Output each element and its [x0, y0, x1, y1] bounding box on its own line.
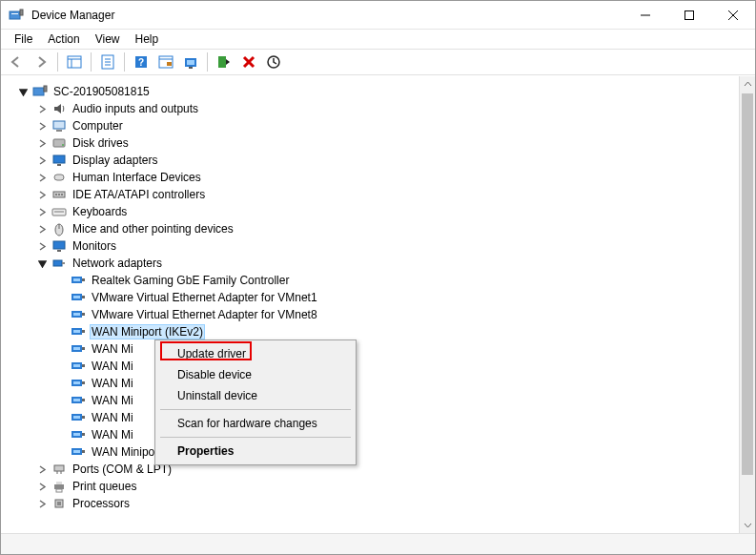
tree-device[interactable]: WAN Mi — [6, 392, 738, 409]
tree-category[interactable]: Human Interface Devices — [6, 169, 738, 186]
vertical-scrollbar[interactable] — [739, 76, 755, 533]
svg-rect-66 — [73, 381, 80, 384]
expand-icon[interactable] — [34, 118, 50, 134]
tree-label: WAN Mi — [90, 428, 135, 442]
context-menu: Update driver Disable device Uninstall d… — [154, 339, 357, 465]
nic-icon — [71, 341, 86, 357]
tree-label: WAN Miniport (IKEv2) — [90, 324, 205, 339]
tree-device[interactable]: WAN Mi — [6, 358, 738, 375]
cm-scan-hardware[interactable]: Scan for hardware changes — [158, 413, 353, 434]
expand-icon[interactable] — [34, 479, 50, 494]
tree-category[interactable]: Keyboards — [6, 203, 738, 220]
tree-device[interactable]: WAN Mi — [6, 409, 738, 426]
expand-icon[interactable] — [34, 238, 50, 254]
cpu-icon — [51, 496, 67, 511]
tree-category[interactable]: Mice and other pointing devices — [6, 220, 738, 237]
tree-device[interactable]: VMware Virtual Ethernet Adapter for VMne… — [6, 306, 738, 323]
tree-category[interactable]: IDE ATA/ATAPI controllers — [6, 186, 738, 203]
tree-category[interactable]: Computer — [6, 117, 738, 134]
cm-disable-device[interactable]: Disable device — [158, 364, 353, 385]
svg-rect-21 — [189, 67, 193, 69]
device-tree[interactable]: SC-201905081815Audio inputs and outputsC… — [1, 76, 739, 533]
svg-rect-73 — [82, 416, 85, 419]
tree-label: WAN Mi — [90, 411, 135, 424]
expand-icon[interactable] — [34, 496, 50, 511]
svg-rect-51 — [73, 296, 80, 298]
cm-properties[interactable]: Properties — [158, 441, 353, 462]
scan-icon[interactable] — [154, 51, 177, 73]
toolbar-separator — [207, 52, 208, 72]
update-driver-icon[interactable] — [179, 51, 202, 73]
tree-category[interactable]: Audio inputs and outputs — [6, 100, 738, 117]
scroll-down-icon[interactable] — [740, 517, 755, 533]
menu-file[interactable]: File — [7, 31, 40, 48]
uninstall-device-icon[interactable] — [237, 51, 260, 73]
expand-icon[interactable] — [34, 462, 50, 477]
tree-category[interactable]: Ports (COM & LPT) — [6, 461, 738, 478]
forward-button[interactable] — [30, 51, 52, 73]
expand-icon[interactable] — [34, 221, 50, 236]
computer-icon — [51, 118, 67, 134]
tree-device[interactable]: WAN Mi — [6, 426, 738, 443]
expand-icon[interactable] — [34, 170, 50, 185]
help-icon[interactable]: ? — [130, 51, 153, 73]
menu-action[interactable]: Action — [40, 31, 87, 48]
cm-update-driver[interactable]: Update driver — [158, 343, 353, 364]
svg-rect-26 — [33, 88, 44, 95]
svg-rect-32 — [53, 155, 65, 163]
minimize-button[interactable] — [623, 1, 667, 30]
tree-label: IDE ATA/ATAPI controllers — [71, 188, 207, 201]
close-button[interactable] — [711, 1, 755, 30]
menu-help[interactable]: Help — [128, 31, 167, 48]
svg-rect-2 — [11, 13, 18, 14]
svg-rect-22 — [218, 56, 226, 68]
tree-category[interactable]: Print queues — [6, 478, 738, 495]
collapse-icon[interactable] — [34, 256, 50, 271]
tree-device[interactable]: WAN Mi — [6, 340, 738, 358]
scroll-up-icon[interactable] — [740, 76, 755, 92]
nic-icon — [71, 427, 86, 442]
nic-icon — [71, 410, 86, 425]
show-hidden-icon[interactable] — [63, 51, 86, 73]
tree-category[interactable]: Display adapters — [6, 152, 738, 169]
svg-rect-20 — [187, 60, 194, 65]
back-button[interactable] — [5, 51, 28, 73]
svg-rect-76 — [82, 433, 85, 436]
svg-rect-70 — [82, 399, 85, 401]
maximize-button[interactable] — [667, 1, 711, 30]
tree-device[interactable]: VMware Virtual Ethernet Adapter for VMne… — [6, 289, 738, 306]
statusbar — [1, 533, 755, 554]
enable-device-icon[interactable] — [213, 51, 235, 73]
tree-category[interactable]: Disk drives — [6, 134, 738, 152]
scrollbar-thumb[interactable] — [742, 93, 753, 475]
svg-rect-63 — [73, 364, 80, 367]
menu-view[interactable]: View — [88, 31, 128, 48]
expand-icon[interactable] — [34, 101, 50, 116]
expand-icon[interactable] — [34, 204, 50, 219]
tree-label: WAN Mi — [90, 377, 135, 390]
svg-rect-72 — [73, 416, 80, 419]
svg-rect-29 — [56, 130, 62, 132]
svg-rect-44 — [57, 250, 61, 252]
tree-category[interactable]: Monitors — [6, 237, 738, 255]
expand-icon[interactable] — [34, 135, 50, 151]
disable-device-icon[interactable] — [262, 51, 285, 73]
properties-icon[interactable] — [96, 51, 119, 73]
tree-root-node[interactable]: SC-201905081815 — [6, 83, 738, 100]
collapse-icon[interactable] — [15, 84, 31, 99]
expand-icon[interactable] — [34, 153, 50, 168]
svg-rect-85 — [57, 502, 61, 505]
tree-device[interactable]: WAN Miniport (SSTP) — [6, 443, 738, 461]
expand-icon[interactable] — [34, 187, 50, 202]
svg-rect-4 — [685, 10, 694, 19]
svg-rect-80 — [54, 465, 64, 471]
tree-category[interactable]: Processors — [6, 495, 738, 512]
tree-device[interactable]: WAN Miniport (IKEv2) — [6, 323, 738, 340]
expander-spacer — [53, 290, 69, 305]
expander-spacer — [53, 410, 69, 425]
tree-device[interactable]: WAN Mi — [6, 375, 738, 392]
cm-uninstall-device[interactable]: Uninstall device — [158, 385, 353, 406]
tree-device[interactable]: Realtek Gaming GbE Family Controller — [6, 272, 738, 289]
nic-icon — [71, 393, 86, 408]
tree-category-network[interactable]: Network adapters — [6, 255, 738, 272]
